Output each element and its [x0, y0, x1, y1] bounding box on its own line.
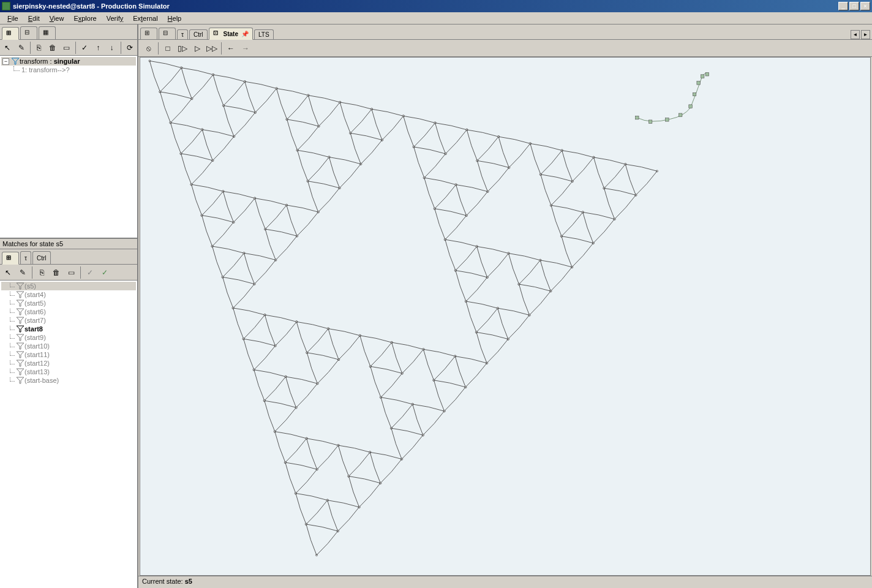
- menu-explore[interactable]: Explore: [69, 13, 101, 23]
- tree-root[interactable]: − transform : singular: [1, 57, 136, 66]
- canvas-area[interactable]: [140, 57, 871, 576]
- funnel-icon: [16, 377, 24, 384]
- tab-r2[interactable]: ⊟: [159, 28, 176, 39]
- list-item[interactable]: (start9): [1, 333, 136, 342]
- select-tool[interactable]: ↖: [1, 41, 13, 55]
- stop-tool[interactable]: ⦸: [142, 42, 156, 55]
- graph-icon: ⊞: [145, 29, 153, 38]
- scroll-right-icon[interactable]: ►: [861, 30, 870, 39]
- select-tool-b[interactable]: ↖: [1, 266, 15, 279]
- list-item-label: (start5): [24, 300, 46, 307]
- menu-external[interactable]: External: [128, 13, 162, 23]
- list-item[interactable]: (start6): [1, 307, 136, 316]
- copy-tool[interactable]: ⎘: [33, 41, 45, 55]
- tree-child[interactable]: 1: transform-->?: [1, 66, 136, 74]
- right-panel: ⊞ ⊟ τ Ctrl ⊡State📌 LTS ◄ ► ⦸ □ ▯▷ ▷ ▷▷ ←…: [138, 24, 872, 588]
- matches-header: Matches for state s5: [0, 239, 137, 249]
- list-item-label: (start9): [24, 334, 46, 341]
- list-item[interactable]: (start10): [1, 342, 136, 350]
- edit-tool[interactable]: ✎: [15, 41, 27, 55]
- delete-tool[interactable]: 🗑: [47, 41, 59, 55]
- tab-grid[interactable]: ▦: [39, 26, 56, 39]
- window-controls: _ □ ×: [838, 2, 870, 10]
- tab-graph2[interactable]: ⊟: [20, 26, 37, 39]
- menu-verify[interactable]: Verify: [102, 13, 129, 23]
- check2-tool-b[interactable]: ✓: [98, 266, 111, 279]
- back-tool[interactable]: ←: [224, 42, 238, 55]
- menu-help[interactable]: Help: [163, 13, 187, 23]
- left-top-tree[interactable]: − transform : singular 1: transform-->?: [0, 56, 137, 238]
- check-tool-b[interactable]: ✓: [83, 266, 97, 279]
- list-item[interactable]: (start13): [1, 368, 136, 376]
- menu-file[interactable]: File: [2, 13, 23, 23]
- ff-tool[interactable]: ▷▷: [205, 42, 219, 55]
- tab-lts-label: LTS: [258, 31, 269, 38]
- left-bottom-panel: ⊞ τ Ctrl ↖ ✎ ⎘ 🗑 ▭ ✓ ✓ (s5)(start4)(star…: [0, 249, 137, 588]
- forward-tool[interactable]: →: [239, 42, 252, 55]
- graph-icon: ⊞: [6, 254, 15, 263]
- left-bottom-toolbar: ↖ ✎ ⎘ 🗑 ▭ ✓ ✓: [0, 265, 137, 281]
- status-bar: Current state: s5: [138, 576, 872, 588]
- edit-tool-b[interactable]: ✎: [16, 266, 29, 279]
- delete-tool-b[interactable]: 🗑: [50, 266, 63, 279]
- play-tool[interactable]: ▷: [190, 42, 204, 55]
- tab-ctrl[interactable]: Ctrl: [32, 251, 51, 264]
- list-item[interactable]: (start12): [1, 359, 136, 368]
- left-bottom-tree[interactable]: (s5)(start4)(start5)(start6)(start7)star…: [0, 281, 137, 588]
- tab-state[interactable]: ⊡State📌: [209, 28, 253, 40]
- list-item[interactable]: (start-base): [1, 376, 136, 385]
- graph2-icon: ⊟: [24, 29, 33, 37]
- list-item-label: (start6): [24, 308, 46, 315]
- menu-edit[interactable]: Edit: [23, 13, 45, 23]
- tab-tau[interactable]: τ: [20, 251, 31, 264]
- ctrl-label: Ctrl: [194, 31, 203, 38]
- minimize-button[interactable]: _: [838, 2, 848, 10]
- status-value: s5: [185, 578, 192, 585]
- rename-tool[interactable]: ▭: [60, 41, 72, 55]
- tab-graph-b1[interactable]: ⊞: [2, 252, 19, 265]
- status-prefix: Current state:: [142, 578, 185, 585]
- rename-tool-b[interactable]: ▭: [64, 266, 78, 279]
- list-item[interactable]: (s5): [1, 282, 136, 290]
- menu-view[interactable]: View: [45, 13, 69, 23]
- up-tool[interactable]: ↑: [92, 41, 104, 55]
- svg-rect-243: [636, 116, 639, 119]
- square-tool[interactable]: □: [161, 42, 175, 55]
- scroll-left-icon[interactable]: ◄: [851, 30, 860, 39]
- list-item-label: (start7): [24, 317, 46, 324]
- check-tool[interactable]: ✓: [78, 41, 91, 55]
- tree-line: [13, 66, 20, 71]
- step-tool[interactable]: ▯▷: [176, 42, 189, 55]
- down-tool[interactable]: ↓: [105, 41, 118, 55]
- left-top-tabbar: ⊞ ⊟ ▦: [0, 24, 137, 40]
- sep: [158, 42, 159, 55]
- tab-r-tau[interactable]: τ: [177, 29, 188, 39]
- list-item[interactable]: (start11): [1, 350, 136, 359]
- refresh-tool[interactable]: ⟳: [124, 41, 136, 55]
- tab-state-label: State: [224, 31, 238, 37]
- expander-icon[interactable]: −: [2, 58, 9, 65]
- funnel-icon: [16, 360, 24, 367]
- tab-graph1[interactable]: ⊞: [2, 27, 19, 40]
- list-item-label: (start4): [24, 291, 46, 298]
- list-item[interactable]: (start5): [1, 299, 136, 307]
- main-area: ⊞ ⊟ ▦ ↖ ✎ ⎘ 🗑 ▭ ✓ ↑ ↓ ⟳ −: [0, 24, 872, 588]
- ctrl-label: Ctrl: [37, 255, 47, 262]
- list-item[interactable]: start8: [1, 325, 136, 333]
- copy-tool-b[interactable]: ⎘: [35, 266, 48, 279]
- svg-rect-244: [648, 120, 652, 123]
- window-title: sierpinsky-nested@start8 - Production Si…: [13, 2, 838, 10]
- funnel-icon: [16, 300, 24, 307]
- tab-r-ctrl[interactable]: Ctrl: [189, 29, 208, 39]
- funnel-icon: [16, 368, 24, 375]
- maximize-button[interactable]: □: [849, 2, 859, 10]
- list-item[interactable]: (start4): [1, 290, 136, 299]
- svg-rect-249: [697, 81, 700, 85]
- left-top-toolbar: ↖ ✎ ⎘ 🗑 ▭ ✓ ↑ ↓ ⟳: [0, 40, 137, 56]
- close-button[interactable]: ×: [860, 2, 870, 10]
- funnel-icon: [16, 282, 24, 290]
- tab-r1[interactable]: ⊞: [140, 28, 157, 39]
- tab-lts[interactable]: LTS: [254, 29, 274, 39]
- list-item[interactable]: (start7): [1, 316, 136, 325]
- svg-rect-245: [666, 118, 669, 121]
